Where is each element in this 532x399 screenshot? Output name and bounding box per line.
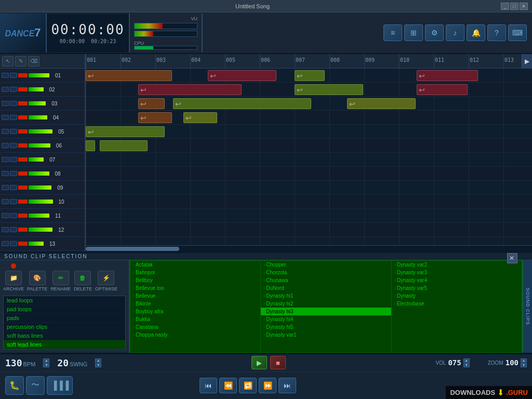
clip-track2[interactable]: ↩ [347,98,416,109]
track-solo-13[interactable] [10,241,17,246]
track-vol-g-10[interactable] [29,200,53,204]
panel-close-button[interactable]: ✕ [507,253,517,263]
clip-item-boyboy-afra[interactable]: ♪Boyboy afra [130,308,260,315]
track-mute-05[interactable] [2,129,9,134]
track-solo-04[interactable] [10,115,17,120]
clip-item-dynasty-var1[interactable]: ♪Dynasty var1 [261,331,391,339]
track-solo-09[interactable] [10,185,17,190]
vol-up-arrow[interactable]: ▲ [463,358,470,363]
clip-item-electrobase[interactable]: ♪Electrobase [392,300,522,308]
track-solo-07[interactable] [10,157,17,162]
clip-item-bahnpor[interactable]: ♪Bahnpor [130,269,260,276]
track-solo-08[interactable] [10,171,17,176]
nav-icon-1[interactable]: 🐛 [5,376,24,395]
clip-track1[interactable]: ↩ [138,84,242,95]
track-vol-g-01[interactable] [29,73,49,77]
delete-icon-btn[interactable]: 🗑 [74,271,91,285]
nav-skip-end[interactable]: ⏭ [278,378,296,393]
track-solo-02[interactable] [10,87,17,92]
category-item-3[interactable]: percussion clips [4,323,125,331]
zoom-up-arrow[interactable]: ▲ [521,358,527,363]
grid-area[interactable]: ↩↩↩↩↩↩↩↩↩↩↩↩↩ [86,69,532,245]
nav-rewind[interactable]: ⏪ [219,378,237,393]
clip-track0[interactable]: ↩ [417,70,478,81]
clip-track1[interactable]: ↩ [417,84,468,95]
track-mute-06[interactable] [2,143,9,148]
track-solo-01[interactable] [10,73,17,78]
archive-icon-btn[interactable]: 📁 [5,271,22,285]
track-vol-g-02[interactable] [29,87,44,91]
toolbar-btn-6[interactable]: ? [487,24,506,41]
track-vol-g-13[interactable] [29,242,44,246]
clip-item-chopper[interactable]: ♪Chopper [261,261,391,269]
bpm-arrows[interactable]: ▲ ▼ [43,358,49,367]
track-mute-03[interactable] [2,101,9,106]
clip-item-dynasty-hi1[interactable]: ♪Dynasty hi1 [261,292,391,300]
track-vol-g-07[interactable] [29,157,44,162]
toolbar-btn-1[interactable]: ≡ [383,24,402,41]
clip-track3[interactable]: ↩ [138,112,172,123]
tool-pencil[interactable]: ✎ [15,56,26,66]
clip-item-bellevue[interactable]: ♪Bellevue [130,292,260,300]
clip-item-dunord[interactable]: ♪DuNord [261,284,391,292]
track-vol-g-04[interactable] [29,115,47,119]
close-button[interactable]: ✕ [520,3,528,10]
nav-skip-start[interactable]: ⏮ [200,378,217,393]
vol-arrows[interactable]: ▲ ▼ [463,358,470,367]
zoom-arrows[interactable]: ▲ ▼ [521,358,527,367]
clip-item-bellevue-too[interactable]: ♪Bellevue too [130,284,260,292]
track-mute-01[interactable] [2,73,9,78]
clip-item-bukka[interactable]: ♪Bukka [130,315,260,323]
track-solo-05[interactable] [10,129,17,134]
track-solo-06[interactable] [10,143,17,148]
clip-track5[interactable] [100,140,148,151]
track-solo-03[interactable] [10,101,17,106]
nav-loop[interactable]: 🔁 [239,378,257,393]
stop-button[interactable]: ■ [270,356,286,369]
clip-item-chunawa[interactable]: ♪Chunawa [261,276,391,284]
swng-up-arrow[interactable]: ▲ [95,358,101,363]
clip-track1[interactable]: ↩ [295,84,363,95]
clip-item-dynasty-var3[interactable]: ♪Dynasty var3 [392,269,522,276]
clip-item-dynasty-hi2[interactable]: ♪Dynasty hi2 [261,300,391,308]
clip-item-bellboy[interactable]: ♪Bellboy [130,276,260,284]
clip-item-choppa-nasty[interactable]: ♪Choppa nasty [130,331,260,339]
track-mute-02[interactable] [2,87,9,92]
category-item-4[interactable]: soft bass lines [4,331,125,340]
rename-icon-btn[interactable]: ✏ [52,271,69,285]
tool-eraser[interactable]: ⌫ [28,56,39,66]
clip-track3[interactable]: ↩ [183,112,217,123]
maximize-button[interactable]: □ [510,3,518,10]
clip-item-dynasty[interactable]: ♪Dynasty [392,292,522,300]
clip-item-dynasty-hi5[interactable]: ♪Dynasty hi5 [261,323,391,331]
track-mute-04[interactable] [2,115,9,120]
clip-track4[interactable]: ↩ [86,126,165,137]
category-item-5[interactable]: soft lead lines [4,340,125,349]
track-vol-g-08[interactable] [29,171,49,176]
grid-nav-button[interactable]: ▶ [522,54,532,69]
clip-item-dynasty-var5[interactable]: ♪Dynasty var5 [392,284,522,292]
tool-select[interactable]: ↖ [2,56,14,66]
swng-arrows[interactable]: ▲ ▼ [95,358,101,367]
track-solo-11[interactable] [10,213,17,218]
category-item-1[interactable]: pad loops [4,305,125,314]
toolbar-btn-3[interactable]: ⚙ [425,24,444,41]
clip-item-bikinie[interactable]: ♪Bikinie [130,300,260,308]
category-item-2[interactable]: pads [4,314,125,323]
category-item-0[interactable]: lead loops [4,296,125,305]
track-solo-12[interactable] [10,227,17,232]
clip-track2[interactable]: ↩ [173,98,311,109]
track-vol-g-12[interactable] [29,228,52,232]
bpm-up-arrow[interactable]: ▲ [43,358,49,363]
clip-track5[interactable] [86,140,95,151]
clip-track0[interactable]: ↩ [86,70,172,81]
clip-item-chorzola[interactable]: ♪Chorzola [261,269,391,276]
toolbar-btn-7[interactable]: ⌨ [508,24,527,41]
clip-item-actatak[interactable]: ♪Actatak [130,261,260,269]
clip-item-dynasty-var4[interactable]: ♪Dynasty var4 [392,276,522,284]
track-mute-08[interactable] [2,171,9,176]
track-mute-10[interactable] [2,199,9,204]
play-button[interactable]: ▶ [251,356,267,369]
clip-item-dynasty-var2[interactable]: ♪Dynasty var2 [392,261,522,269]
nav-fast-forward[interactable]: ⏩ [259,378,276,393]
